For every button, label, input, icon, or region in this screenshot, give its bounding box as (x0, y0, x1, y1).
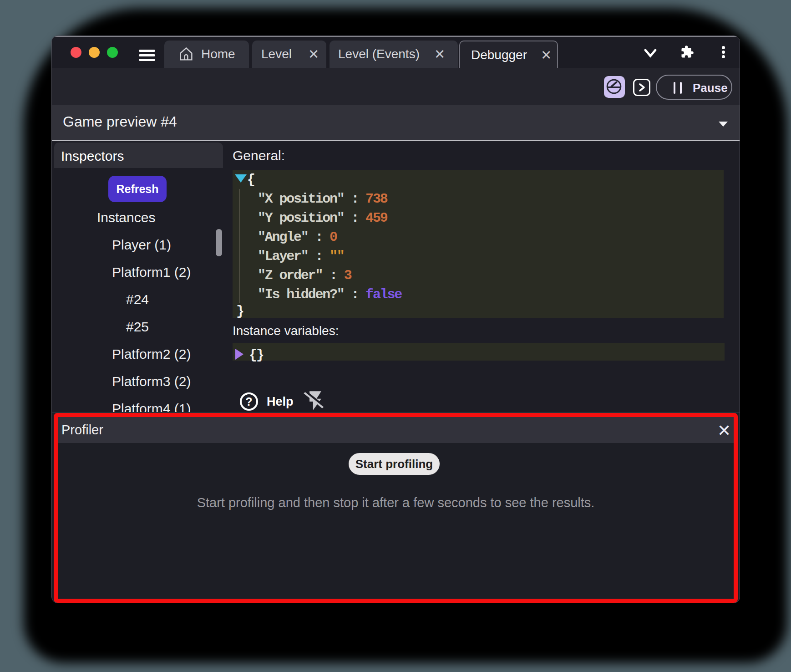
svg-text:?: ? (245, 395, 252, 408)
